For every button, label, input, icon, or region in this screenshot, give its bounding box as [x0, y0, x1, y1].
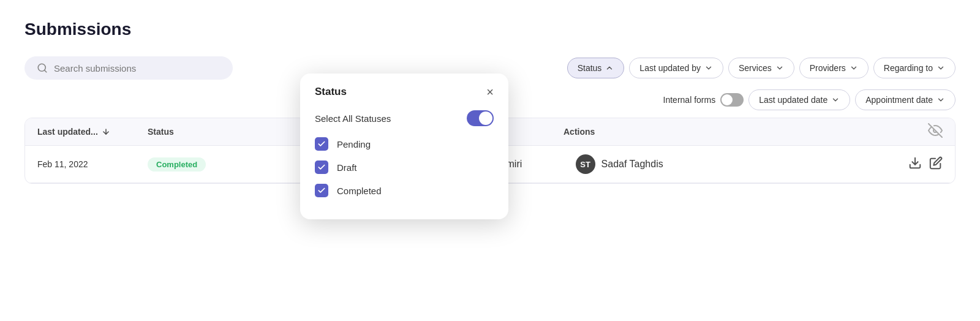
status-dropdown: Status × Select All Statuses Pending Dra… — [300, 74, 508, 219]
chevron-down-icon — [937, 96, 945, 104]
chip-providers[interactable]: Providers — [799, 58, 869, 78]
checkbox-pending-label: Pending — [337, 139, 371, 149]
select-all-row: Select All Statuses — [315, 110, 494, 126]
checkbox-draft-check[interactable] — [315, 160, 328, 174]
checkbox-pending[interactable]: Pending — [315, 137, 494, 151]
eye-off-icon[interactable] — [928, 123, 943, 140]
col-status: Status — [148, 127, 209, 137]
chevron-down-icon — [850, 64, 858, 72]
svg-line-1 — [44, 70, 46, 72]
chevron-down-icon — [704, 64, 713, 72]
search-box[interactable] — [24, 56, 233, 80]
cell-actions — [908, 156, 943, 173]
provider-name: Sadaf Taghdis — [601, 159, 663, 170]
dropdown-header: Status × — [315, 86, 494, 98]
page-title: Submissions — [24, 20, 956, 39]
col-provider: Actions — [564, 127, 662, 137]
avatar-provider: ST — [576, 154, 595, 174]
chip-status[interactable]: Status — [567, 58, 625, 78]
checkbox-draft[interactable]: Draft — [315, 160, 494, 174]
filter-chips: Status Last updated by Services Provider… — [567, 58, 956, 78]
select-all-label: Select All Statuses — [315, 113, 391, 124]
chip-regarding-to[interactable]: Regarding to — [873, 58, 956, 78]
chevron-up-icon — [605, 64, 614, 72]
checkbox-completed-label: Completed — [337, 186, 382, 196]
sort-desc-icon — [102, 127, 110, 136]
close-dropdown-button[interactable]: × — [486, 86, 494, 98]
col-last-updated[interactable]: Last updated... — [37, 127, 135, 137]
checkbox-draft-label: Draft — [337, 162, 357, 173]
checkbox-pending-check[interactable] — [315, 137, 328, 151]
select-all-toggle[interactable] — [467, 110, 494, 126]
internal-forms-toggle[interactable] — [720, 93, 744, 107]
chip-last-updated-by[interactable]: Last updated by — [629, 58, 723, 78]
search-input[interactable] — [54, 63, 221, 74]
chip-last-updated-date[interactable]: Last updated date — [748, 89, 850, 110]
dropdown-title: Status — [315, 86, 347, 98]
chevron-down-icon — [937, 64, 945, 72]
checkbox-completed[interactable]: Completed — [315, 184, 494, 197]
chevron-down-icon — [831, 96, 840, 104]
chevron-down-icon — [775, 64, 784, 72]
chip-services[interactable]: Services — [728, 58, 794, 78]
download-icon[interactable] — [908, 156, 922, 173]
cell-date: Feb 11, 2022 — [37, 159, 135, 169]
internal-forms-label: Internal forms — [663, 95, 716, 105]
status-badge: Completed — [148, 157, 206, 172]
cell-status: Completed — [148, 157, 206, 172]
cell-provider: ST Sadaf Taghdis — [576, 154, 674, 174]
search-icon — [37, 62, 48, 74]
checkbox-completed-check[interactable] — [315, 184, 328, 197]
edit-icon[interactable] — [929, 156, 943, 173]
chip-appointment-date[interactable]: Appointment date — [855, 89, 956, 110]
